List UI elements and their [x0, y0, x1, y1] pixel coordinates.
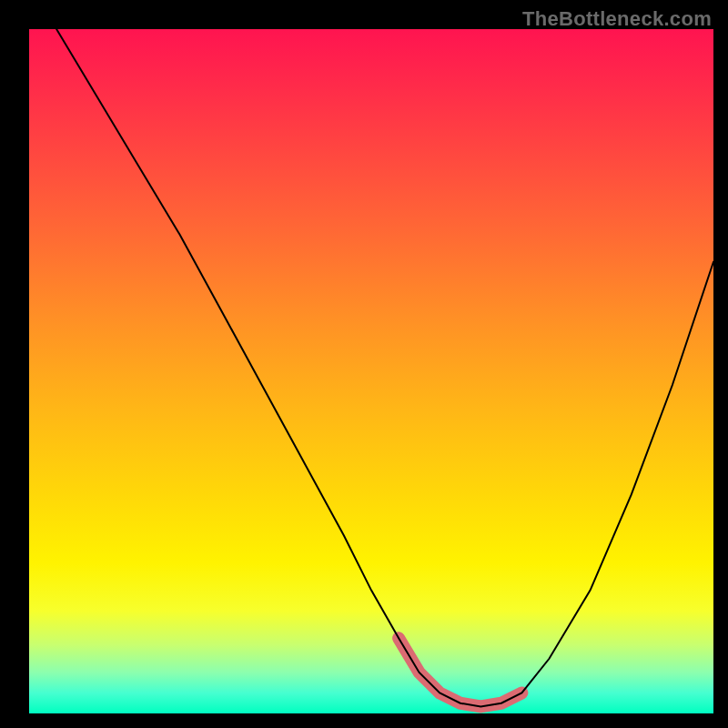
chart-frame: TheBottleneck.com	[0, 0, 728, 728]
chart-overlay	[0, 0, 728, 728]
highlight-flat-region	[399, 638, 521, 706]
bottleneck-curve	[56, 29, 713, 707]
